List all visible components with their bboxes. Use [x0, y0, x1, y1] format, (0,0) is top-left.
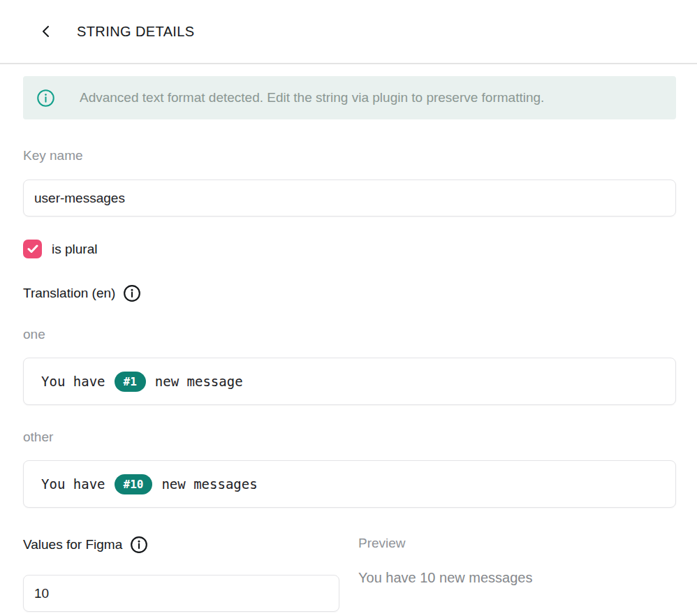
translation-label: Translation (en)	[23, 286, 115, 301]
placeholder-badge[interactable]: #1	[115, 372, 146, 392]
plural-other-prefix: You have	[41, 476, 105, 492]
plural-other-label: other	[23, 430, 676, 445]
translation-heading: Translation (en)	[23, 284, 676, 302]
bottom-section: Values for Figma Preview You have 10 new…	[23, 536, 676, 612]
preview-text: You have 10 new messages	[358, 570, 532, 586]
info-banner: Advanced text format detected. Edit the …	[23, 76, 676, 119]
translation-info-icon[interactable]	[123, 284, 141, 302]
values-info-icon[interactable]	[130, 536, 148, 554]
plural-one-suffix: new message	[155, 374, 243, 389]
plural-other-suffix: new messages	[161, 476, 257, 492]
values-label: Values for Figma	[23, 537, 122, 552]
key-name-label: Key name	[23, 148, 676, 163]
key-name-input[interactable]	[23, 179, 676, 217]
checkmark-icon	[27, 244, 38, 254]
header-bar: STRING DETAILS	[0, 0, 697, 64]
placeholder-badge[interactable]: #10	[115, 474, 153, 494]
preview-section: Preview You have 10 new messages	[358, 536, 532, 586]
values-input[interactable]	[23, 575, 339, 612]
page-title: STRING DETAILS	[77, 24, 195, 40]
info-icon	[36, 89, 55, 108]
is-plural-row[interactable]: is plural	[23, 240, 676, 258]
chevron-left-icon	[41, 24, 52, 38]
preview-label: Preview	[358, 536, 532, 551]
banner-message: Advanced text format detected. Edit the …	[80, 90, 544, 105]
back-button[interactable]	[34, 19, 59, 44]
main-content: Advanced text format detected. Edit the …	[0, 76, 697, 612]
values-heading: Values for Figma	[23, 536, 339, 554]
is-plural-checkbox[interactable]	[23, 240, 42, 258]
is-plural-label: is plural	[52, 242, 97, 257]
plural-one-prefix: You have	[41, 374, 105, 389]
values-for-figma-section: Values for Figma	[23, 536, 339, 612]
plural-one-field[interactable]: You have #1 new message	[23, 358, 676, 405]
plural-other-field[interactable]: You have #10 new messages	[23, 460, 676, 508]
plural-one-label: one	[23, 327, 676, 342]
